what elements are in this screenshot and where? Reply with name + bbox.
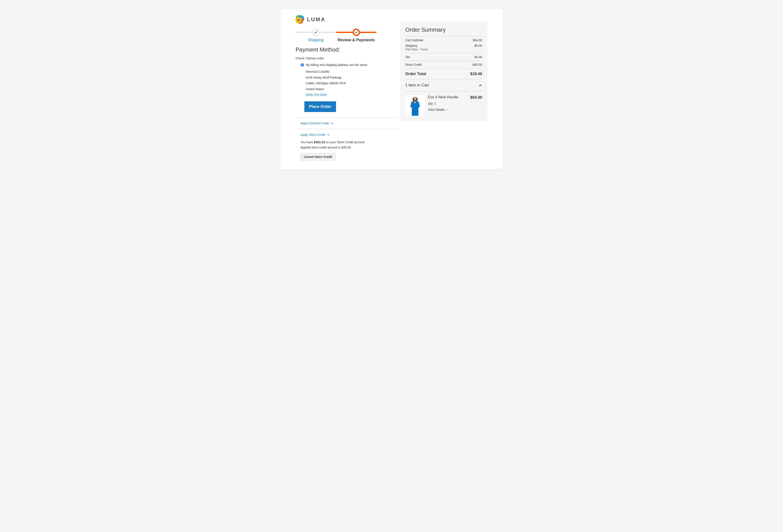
order-summary: Order Summary Cart Subtotal $54.00 Shipp… bbox=[400, 21, 488, 121]
step-shipping-circle[interactable] bbox=[312, 29, 320, 36]
address-city: Calder, Michigan 49628-7978 bbox=[306, 80, 398, 86]
chevron-up-icon bbox=[327, 133, 330, 136]
cancel-store-credit-button[interactable]: Cancel Store Credit bbox=[301, 153, 335, 161]
address-phone[interactable]: (555) 229-3326 bbox=[306, 92, 398, 98]
cart-item: Eos V-Neck Hoodie Qty: 1 View Details $5… bbox=[405, 95, 482, 116]
address-street: 6146 Honey Bluff Parkway bbox=[306, 75, 398, 80]
cart-item-price: $54.00 bbox=[470, 95, 482, 100]
billing-address: Veronica Costello 6146 Honey Bluff Parkw… bbox=[306, 69, 398, 98]
view-details-toggle[interactable]: View Details bbox=[428, 108, 466, 111]
cart-item-qty: Qty: 1 bbox=[428, 102, 466, 105]
address-country: United States bbox=[306, 86, 398, 92]
summary-row-credit: Store Credit -$45.00 bbox=[405, 61, 482, 68]
address-name: Veronica Costello bbox=[306, 69, 398, 75]
cart-items-heading: 1 Item in Cart bbox=[405, 83, 429, 88]
checkout-card: LUMA Shipping Review & Payments Payment … bbox=[280, 9, 503, 169]
check-icon bbox=[314, 31, 317, 34]
cart-item-name: Eos V-Neck Hoodie bbox=[428, 95, 466, 99]
step-labels: Shipping Review & Payments bbox=[295, 38, 376, 42]
payment-method-title: Payment Method: bbox=[295, 46, 398, 53]
summary-row-tax: Tax $4.46 bbox=[405, 53, 482, 61]
cart-items: Eos V-Neck Hoodie Qty: 1 View Details $5… bbox=[405, 91, 482, 116]
apply-store-credit-label: Apply Store Credit bbox=[301, 133, 325, 136]
order-summary-title: Order Summary bbox=[405, 26, 482, 33]
brand-logo: LUMA bbox=[295, 15, 398, 24]
same-address-row[interactable]: My billing and shipping address are the … bbox=[301, 63, 398, 67]
apply-store-credit-toggle[interactable]: Apply Store Credit bbox=[295, 129, 398, 140]
chevron-down-icon bbox=[331, 122, 334, 125]
place-order-button[interactable]: Place Order bbox=[304, 101, 336, 112]
brand-name: LUMA bbox=[307, 16, 325, 23]
store-credit-applied: Applied store credit amount is $45.00 bbox=[301, 146, 398, 149]
chevron-down-icon bbox=[446, 108, 448, 111]
svg-point-5 bbox=[413, 97, 417, 100]
main-column: LUMA Shipping Review & Payments Payment … bbox=[295, 15, 398, 161]
summary-row-subtotal: Cart Subtotal $54.00 bbox=[405, 36, 482, 44]
luma-logo-icon bbox=[295, 15, 304, 24]
apply-discount-toggle[interactable]: Apply Discount Code bbox=[295, 118, 398, 129]
cart-item-thumbnail bbox=[405, 95, 425, 116]
apply-discount-label: Apply Discount Code bbox=[301, 122, 329, 125]
step-review-label: Review & Payments bbox=[336, 38, 376, 42]
store-credit-balance: You have $423.16 on your Store Credit ac… bbox=[301, 140, 398, 144]
checkout-progress bbox=[295, 29, 376, 36]
same-address-checkbox[interactable] bbox=[301, 64, 304, 66]
product-image-icon bbox=[406, 96, 424, 116]
summary-row-shipping: Shipping Flat Rate - Fixed $5.00 bbox=[405, 44, 482, 53]
check-icon bbox=[355, 31, 358, 34]
payment-method-name: Check / Money order bbox=[295, 57, 398, 60]
summary-row-total: Order Total $18.46 bbox=[405, 68, 482, 79]
cart-items-toggle[interactable]: 1 Item in Cart bbox=[405, 79, 482, 91]
same-address-label: My billing and shipping address are the … bbox=[306, 63, 367, 67]
step-shipping-label[interactable]: Shipping bbox=[295, 38, 336, 42]
step-review-circle bbox=[353, 29, 360, 36]
chevron-up-icon bbox=[479, 84, 482, 87]
